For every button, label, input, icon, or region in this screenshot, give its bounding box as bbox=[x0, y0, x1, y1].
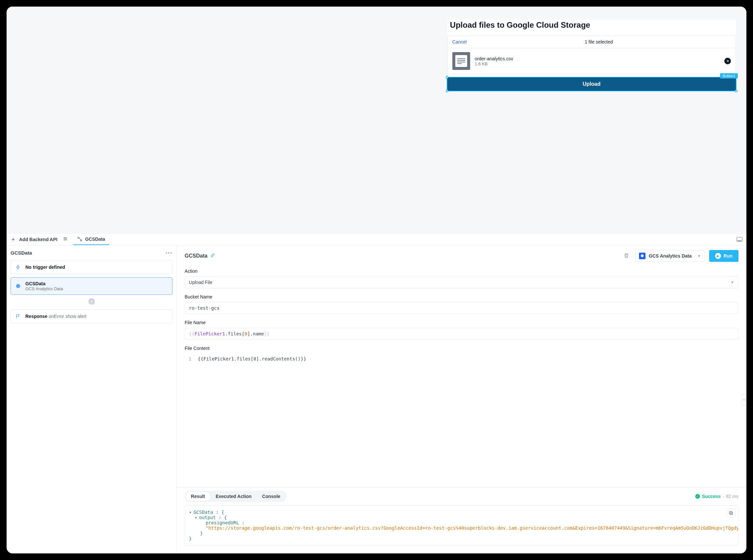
upload-card: Upload files to Google Cloud Storage Can… bbox=[447, 20, 736, 91]
response-label: Response bbox=[25, 314, 47, 319]
upload-button[interactable]: Upload bbox=[447, 78, 736, 91]
upload-button-label: Upload bbox=[583, 81, 601, 87]
hexagon-icon bbox=[15, 283, 21, 289]
api-tab-label: GCSData bbox=[85, 237, 105, 242]
file-size: 1.6 KB bbox=[475, 61, 720, 66]
canvas-area: Upload files to Google Cloud Storage Can… bbox=[6, 6, 747, 234]
step-name: GCSData bbox=[25, 281, 63, 286]
resource-label: GCS Analytics Data bbox=[649, 253, 694, 259]
edit-name-icon[interactable] bbox=[210, 253, 215, 259]
flag-icon bbox=[15, 313, 21, 320]
delete-icon[interactable] bbox=[624, 253, 629, 260]
filename-label: File Name bbox=[185, 320, 738, 325]
chevron-down-icon: ▼ bbox=[697, 254, 701, 258]
status-text: Success bbox=[702, 494, 721, 499]
api-tabs-row: Add Backend API GCSData bbox=[6, 234, 747, 245]
app-frame: Upload files to Google Cloud Storage Can… bbox=[6, 6, 747, 554]
form-column: ‹ GCSData GCS Analytics Data bbox=[177, 245, 747, 554]
response-node[interactable]: Response onError show alert bbox=[11, 309, 172, 323]
step-node-gcsdata[interactable]: GCSData GCS Analytics Data bbox=[11, 277, 172, 295]
collapse-panel-icon[interactable] bbox=[736, 237, 742, 242]
gcs-icon bbox=[639, 253, 646, 259]
action-select[interactable]: Upload File ▼ bbox=[185, 276, 738, 288]
trigger-label: No trigger defined bbox=[25, 264, 65, 270]
run-button[interactable]: ▶ Run bbox=[709, 250, 738, 262]
right-drawer-toggle[interactable]: ‹ bbox=[741, 394, 747, 405]
run-label: Run bbox=[724, 253, 733, 259]
file-picker: Cancel 1 file selected order-analytics.c… bbox=[447, 36, 736, 74]
resource-select[interactable]: GCS Analytics Data ▼ bbox=[635, 250, 705, 262]
file-name: order-analytics.csv bbox=[475, 56, 720, 61]
result-json: ▾ GCSData : { ▾ output : { presignedURL … bbox=[185, 505, 738, 545]
bucket-value: ro-test-gcs bbox=[189, 305, 220, 311]
filename-input[interactable]: {{FilePicker1.files[0].name}} bbox=[185, 328, 738, 340]
file-picker-status: 1 file selected bbox=[585, 39, 613, 44]
svg-rect-8 bbox=[729, 511, 732, 514]
file-row: order-analytics.csv 1.6 KB ✕ bbox=[448, 48, 735, 74]
cancel-button[interactable]: Cancel bbox=[452, 39, 467, 44]
svg-point-5 bbox=[78, 237, 79, 238]
chevron-down-icon: ▼ bbox=[731, 280, 734, 284]
play-icon: ▶ bbox=[715, 253, 721, 259]
action-label: Action bbox=[185, 268, 738, 274]
filecontent-label: File Content bbox=[185, 346, 738, 351]
editor-area: GCSData ••• No trigger defined GCSData G… bbox=[6, 245, 747, 554]
pipeline-title: GCSData bbox=[11, 250, 32, 256]
result-tabs: Result Executed Action Console bbox=[185, 491, 286, 502]
add-step-button[interactable]: + bbox=[88, 298, 95, 305]
resize-handle-icon[interactable] bbox=[735, 90, 737, 92]
trigger-node[interactable]: No trigger defined bbox=[11, 260, 172, 274]
pipeline-panel: GCSData ••• No trigger defined GCSData G… bbox=[6, 245, 177, 554]
plus-icon[interactable] bbox=[11, 237, 16, 242]
bucket-label: Bucket Name bbox=[185, 294, 738, 299]
api-tab-gcsdata[interactable]: GCSData bbox=[73, 234, 109, 245]
lightning-icon bbox=[15, 264, 21, 271]
upload-title: Upload files to Google Cloud Storage bbox=[447, 20, 736, 36]
api-list-icon[interactable] bbox=[61, 237, 70, 242]
step-integration: GCS Analytics Data bbox=[25, 286, 63, 291]
selection-badge: Button1 bbox=[720, 73, 738, 79]
tab-executed-action[interactable]: Executed Action bbox=[210, 492, 257, 501]
file-picker-header: Cancel 1 file selected bbox=[448, 36, 735, 48]
check-icon: ✓ bbox=[695, 494, 700, 499]
add-backend-api-button[interactable]: Add Backend API bbox=[19, 237, 57, 242]
status-badge: ✓ Success bbox=[695, 494, 721, 499]
upload-button-wrap: Button1 Upload bbox=[447, 78, 736, 91]
response-sub: onError show alert bbox=[49, 314, 86, 319]
api-name: GCSData bbox=[185, 253, 207, 259]
tab-console[interactable]: Console bbox=[257, 492, 285, 501]
file-thumbnail-icon bbox=[452, 52, 470, 70]
resize-handle-icon[interactable] bbox=[446, 90, 448, 92]
action-value: Upload File bbox=[189, 280, 212, 285]
resize-handle-icon[interactable] bbox=[446, 76, 448, 79]
timing-text: · 82 ms bbox=[723, 494, 738, 499]
pipeline-menu-icon[interactable]: ••• bbox=[165, 250, 172, 256]
file-meta: order-analytics.csv 1.6 KB bbox=[475, 56, 720, 66]
remove-file-button[interactable]: ✕ bbox=[724, 58, 731, 64]
tab-result[interactable]: Result bbox=[186, 492, 210, 501]
api-tab-icon bbox=[77, 237, 82, 242]
bucket-input[interactable]: ro-test-gcs bbox=[185, 302, 738, 314]
copy-icon[interactable] bbox=[726, 508, 735, 517]
filecontent-editor[interactable]: 1 {{FilePicker1.files[0].readContents()}… bbox=[185, 354, 738, 361]
svg-rect-7 bbox=[730, 512, 733, 515]
results-header: Result Executed Action Console ✓ Success… bbox=[177, 487, 747, 505]
filecontent-expression: {{FilePicker1.files[0].readContents()}} bbox=[198, 356, 306, 361]
line-number: 1 bbox=[188, 356, 192, 361]
